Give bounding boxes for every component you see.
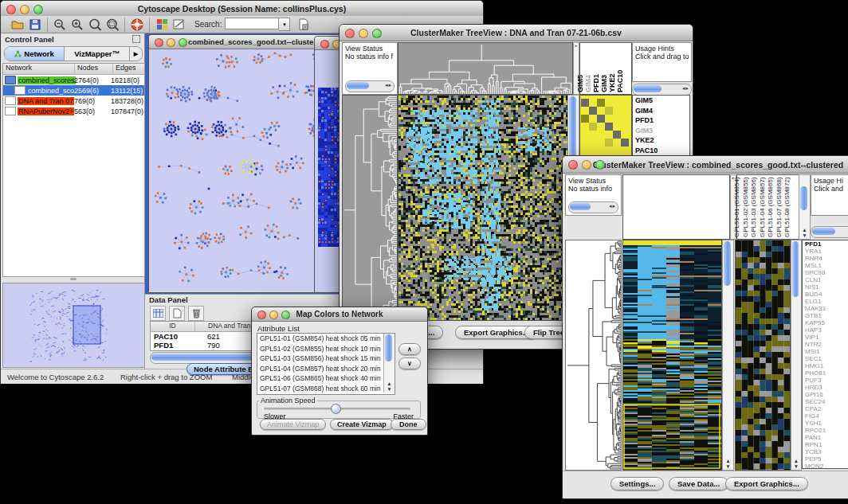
gene-label[interactable]: PEP5 <box>805 455 848 463</box>
network-list-row[interactable]: RNAPuberNov2+563(0)107847(0) <box>3 106 144 116</box>
gene-label[interactable]: MSL1 <box>805 262 848 269</box>
column-label[interactable]: GIM4 <box>584 75 592 92</box>
zoom-button[interactable] <box>33 5 43 14</box>
gene-label[interactable]: SPC98 <box>805 269 848 276</box>
save-data-button[interactable]: Save Data... <box>669 477 728 490</box>
animate-vizmap-button[interactable]: Animate Vizmap <box>260 419 326 430</box>
treeview1-titlebar[interactable]: ClusterMaker TreeView : DNA and Tran 07-… <box>340 25 693 41</box>
export-graphics-button[interactable]: Export Graphics... <box>725 477 808 490</box>
tab-more-arrow[interactable]: ▶ <box>130 47 142 61</box>
gene-label[interactable]: MAK31 <box>805 305 848 312</box>
attribute-list-item[interactable]: GPL51-07 (GSM868) heat shock 60 min <box>257 384 395 394</box>
attribute-list-item[interactable]: GPL51-02 (GSM855) heat shock 10 min <box>257 344 395 354</box>
gene-label[interactable]: YRA1 <box>805 248 848 255</box>
heatmap-global-2[interactable] <box>622 240 722 471</box>
dialog-titlebar[interactable]: Map Colors to Network <box>252 307 427 322</box>
gene-label[interactable]: FIG4 <box>805 412 848 420</box>
main-titlebar[interactable]: Cytoscape Desktop (Session Name: collins… <box>1 1 483 17</box>
tab-vizmapper[interactable]: VizMapper™ <box>65 47 130 61</box>
heatmap-zoom-2[interactable] <box>735 240 791 471</box>
zoom-vscrollbar-2[interactable]: ▲▼ <box>791 240 802 471</box>
mini-heatmap[interactable] <box>579 95 632 158</box>
mini-row-label[interactable]: GIM3 <box>635 126 689 136</box>
mini-row-label[interactable]: GIM4 <box>635 106 689 116</box>
gene-label[interactable]: GTB1 <box>805 312 848 319</box>
done-button[interactable]: Done <box>391 419 426 430</box>
save-icon[interactable] <box>26 17 44 33</box>
settings-button[interactable]: Settings... <box>610 477 664 490</box>
column-label[interactable]: GIM3 <box>600 75 608 92</box>
gene-label[interactable]: KAP95 <box>805 319 848 326</box>
gene-label[interactable]: HAP3 <box>805 326 848 334</box>
gene-label[interactable]: HMG1 <box>805 362 848 369</box>
treeview2-titlebar[interactable]: ClusterMaker TreeView : combined_scores_… <box>563 156 848 174</box>
open-file-icon[interactable] <box>9 17 26 33</box>
gene-label[interactable]: SEC24 <box>805 398 848 405</box>
col-network[interactable]: Network <box>3 64 75 74</box>
minimize-button[interactable] <box>167 38 175 47</box>
column-label[interactable]: GPL51-01 (GSM854) <box>733 177 740 237</box>
gene-label[interactable]: VIP1 <box>805 334 848 341</box>
annotation-icon[interactable] <box>171 17 188 33</box>
column-label[interactable]: GPL51-08 (GSM872) <box>783 177 791 237</box>
col-edges[interactable]: Edges <box>113 64 144 74</box>
mini-row-label[interactable]: GIM5 <box>635 96 689 106</box>
delete-trash-icon[interactable] <box>188 306 204 321</box>
view-status-hscrollbar[interactable]: ◂▸ <box>345 80 395 92</box>
search-dropdown-arrow[interactable]: ▼ <box>279 18 290 31</box>
move-down-button[interactable]: ∨ <box>398 357 421 369</box>
row-dendrogram[interactable] <box>342 95 398 321</box>
column-label[interactable]: GIM5 <box>576 75 584 92</box>
gene-label[interactable]: TCB3 <box>805 448 848 455</box>
close-button[interactable] <box>155 38 163 47</box>
gene-label[interactable]: PUF3 <box>805 377 848 384</box>
network-list-row[interactable]: combined_sco2569(6)13112(15) <box>3 85 144 96</box>
gene-label[interactable]: SEC1 <box>805 355 848 362</box>
mini-row-label[interactable]: PFD1 <box>635 115 689 126</box>
attribute-list-item[interactable]: GPL51-01 (GSM854) heat shock 05 min <box>257 334 395 344</box>
column-label[interactable]: YKE2 <box>608 73 616 92</box>
gene-label[interactable]: GPI16 <box>805 391 848 398</box>
row-dendrogram-2[interactable] <box>565 240 622 471</box>
column-label[interactable]: GPL51-07 (GSM868) <box>775 177 783 237</box>
column-label[interactable]: PAC10 <box>616 70 624 92</box>
close-button[interactable] <box>257 311 266 319</box>
vizmapper-icon[interactable] <box>153 17 171 33</box>
gene-label[interactable]: NIS1 <box>805 283 848 291</box>
view-status-hscrollbar-2[interactable]: ◂▸ <box>568 201 618 213</box>
panel-splitter[interactable] <box>2 277 143 281</box>
column-label[interactable]: GPL51-04 (GSM857) <box>759 177 766 237</box>
zoom-in-icon[interactable] <box>69 17 86 33</box>
zoom-button[interactable] <box>179 38 187 47</box>
column-label[interactable]: GPL51-02 (GSM855) <box>742 177 749 237</box>
move-up-button[interactable]: ∧ <box>398 343 421 355</box>
attribute-list[interactable]: ▲▼ GPL51-01 (GSM854) heat shock 05 minGP… <box>257 333 395 395</box>
help-lifering-icon[interactable] <box>128 17 146 33</box>
mini-row-label[interactable]: YKE2 <box>635 135 689 146</box>
attribute-list-item[interactable]: GPL51-04 (GSM857) heat shock 20 min <box>257 364 395 374</box>
attribute-file-icon[interactable] <box>295 17 312 33</box>
col-nodes[interactable]: Nodes <box>75 64 113 74</box>
gene-label[interactable]: RPN1 <box>805 441 848 448</box>
heatmap-global[interactable] <box>398 95 568 321</box>
table-icon[interactable] <box>150 306 166 321</box>
tab-network[interactable]: Network <box>5 47 65 61</box>
column-labels-vscrollbar[interactable]: ▲▼ <box>799 174 811 240</box>
heatmap-vscrollbar-2[interactable]: ▲▼ <box>722 240 734 471</box>
gene-label[interactable]: MSI1 <box>805 348 848 355</box>
id-column-header[interactable]: ID <box>151 322 195 331</box>
zoom-fit-icon[interactable] <box>86 17 104 33</box>
close-button[interactable] <box>568 160 578 170</box>
column-label[interactable]: GPL51-03 (GSM856) <box>750 177 757 237</box>
network-list-row[interactable]: combined_scores2764(0)16218(0) <box>3 75 144 85</box>
mini-row-label[interactable]: PAC10 <box>635 146 689 156</box>
close-button[interactable] <box>6 5 16 14</box>
minimize-button[interactable] <box>269 311 278 319</box>
search-input[interactable] <box>225 18 279 29</box>
attribute-list-item[interactable]: GPL51-03 (GSM856) heat shock 15 min <box>257 354 395 364</box>
zoom-out-icon[interactable] <box>51 17 69 33</box>
network-list-row[interactable]: DNA and Tran 07769(0)183728(0) <box>3 96 144 106</box>
zoom-button[interactable] <box>595 160 605 170</box>
gene-label[interactable]: PHO81 <box>805 369 848 377</box>
gene-label[interactable]: PAN1 <box>805 434 848 441</box>
